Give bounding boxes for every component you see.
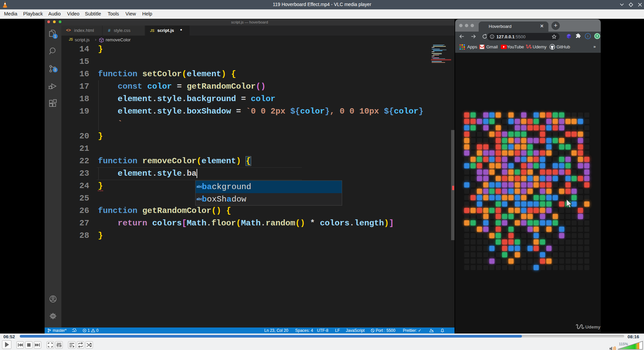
svg-text:i: i bbox=[587, 34, 588, 38]
svg-text:Udemy: Udemy bbox=[585, 324, 601, 330]
svg-text:1: 1 bbox=[54, 34, 56, 38]
svg-text:3: 3 bbox=[54, 68, 56, 72]
